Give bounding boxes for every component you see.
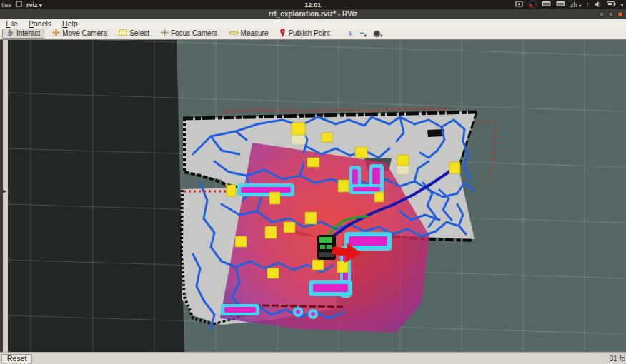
tool-interact-button[interactable]: Interact [2, 29, 44, 39]
tool-move-camera-button[interactable]: Move Camera [49, 29, 111, 39]
recorder-tray-icon[interactable] [528, 0, 537, 10]
menu-file[interactable]: File [6, 19, 18, 28]
input-method-indicator[interactable]: zh ▾ [570, 1, 581, 9]
upload-arrow-icon[interactable]: ↑ [586, 1, 589, 8]
3d-viewport[interactable]: ▶ [0, 40, 626, 352]
tool-publish-point-button[interactable]: Publish Point [276, 29, 333, 39]
remove-tool-button[interactable]: −▾ [358, 29, 367, 38]
volume-icon[interactable] [594, 1, 602, 9]
minimize-button[interactable] [599, 11, 605, 17]
fps-counter: 31 fp [610, 355, 625, 363]
app-icon [16, 1, 22, 9]
battery-icon[interactable] [607, 1, 616, 9]
maximize-button[interactable] [608, 11, 614, 17]
rviz-toolbar: Interact Move Camera Select Focus Camera… [0, 28, 626, 40]
measure-ruler-icon [229, 29, 239, 37]
render-scene[interactable] [0, 40, 626, 352]
ubuntu-top-panel: ties rviz ▾ 12:01 zh ▾ ↑ [0, 0, 626, 9]
statusbar: Reset 31 fp [0, 352, 626, 364]
publish-point-pin-icon [279, 29, 286, 39]
close-button[interactable] [617, 11, 623, 17]
panel-clock[interactable]: 12:01 [304, 1, 321, 9]
focus-camera-icon [161, 29, 169, 38]
reset-button[interactable]: Reset [1, 354, 32, 363]
panel-app-menu[interactable]: rviz ▾ [26, 1, 42, 9]
displays-panel-splitter[interactable]: ▶ [3, 40, 8, 352]
activities-label[interactable]: ties [1, 1, 11, 9]
tool-focus-camera-button[interactable]: Focus Camera [157, 29, 222, 39]
tool-measure-button[interactable]: Measure [226, 29, 272, 39]
menu-panels[interactable]: Panels [29, 19, 51, 28]
move-camera-icon [52, 29, 60, 38]
interact-hand-icon [6, 29, 14, 38]
window-title: rrt_exploration.rviz* - RViz [269, 10, 358, 18]
display-tray-icon[interactable] [515, 1, 523, 9]
session-caret-icon[interactable]: ▾ [621, 2, 623, 7]
menu-help[interactable]: Help [62, 19, 78, 28]
add-tool-button[interactable]: + [347, 29, 354, 38]
keyboard-tray-icon-2[interactable] [556, 1, 565, 9]
window-titlebar[interactable]: rrt_exploration.rviz* - RViz [0, 9, 626, 19]
select-box-icon [119, 29, 127, 38]
expand-panel-arrow-icon[interactable]: ▶ [3, 188, 6, 194]
tool-properties-button[interactable]: ◉▾ [372, 29, 384, 38]
rviz-window: ties rviz ▾ 12:01 zh ▾ ↑ [0, 0, 626, 364]
keyboard-tray-icon-1[interactable] [542, 1, 551, 9]
menubar: File Panels Help [0, 19, 626, 28]
tool-select-button[interactable]: Select [115, 29, 153, 39]
